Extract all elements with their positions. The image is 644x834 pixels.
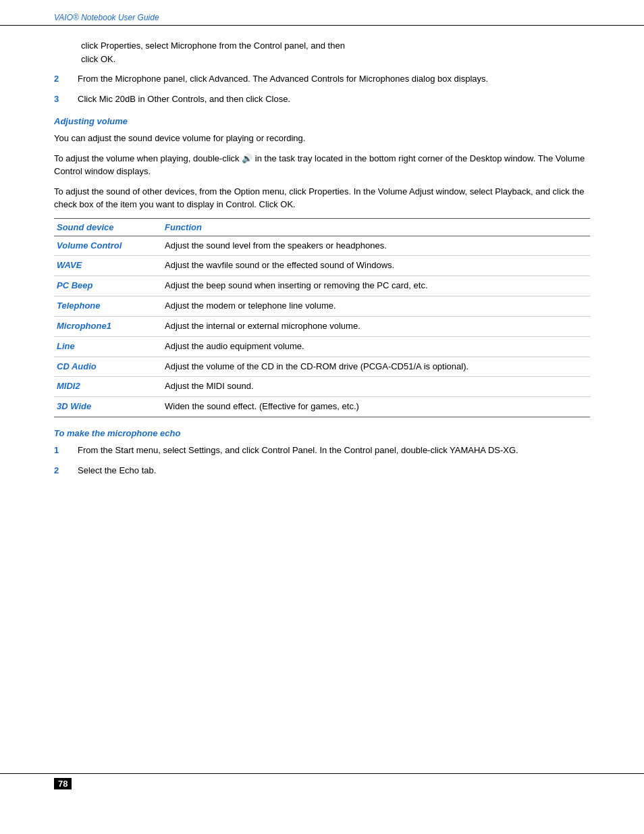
header-title: VAIO® Notebook User Guide — [54, 13, 159, 22]
device-name: CD Audio — [54, 357, 162, 377]
step-num: 2 — [54, 72, 78, 86]
step-item: 3Click Mic 20dB in Other Controls, and t… — [54, 93, 590, 106]
adjusting-para1: You can adjust the sound device volume f… — [54, 132, 590, 145]
echo-step-text: Select the Echo tab. — [78, 464, 590, 477]
col-sound-device: Sound device — [54, 218, 162, 236]
adjusting-volume-heading: Adjusting volume — [54, 116, 590, 126]
echo-step-text: From the Start menu, select Settings, an… — [78, 444, 590, 457]
device-function: Adjust the volume of the CD in the CD-RO… — [162, 357, 590, 377]
steps-first: 2From the Microphone panel, click Advanc… — [54, 72, 590, 105]
device-function: Adjust the audio equipment volume. — [162, 336, 590, 357]
device-function: Adjust the internal or external micropho… — [162, 316, 590, 336]
device-name: 3D Wide — [54, 397, 162, 417]
sound-device-table: Sound device Function Volume ControlAdju… — [54, 218, 590, 418]
device-name: Microphone1 — [54, 316, 162, 336]
table-row: WAVEAdjust the wavfile sound or the effe… — [54, 256, 590, 276]
footer-bar: 78 — [0, 773, 644, 793]
device-name: MIDI2 — [54, 377, 162, 397]
device-name: WAVE — [54, 256, 162, 276]
device-name: Line — [54, 336, 162, 357]
device-function: Adjust the MIDI sound. — [162, 377, 590, 397]
table-row: 3D WideWiden the sound effect. (Effectiv… — [54, 397, 590, 417]
device-name: Volume Control — [54, 236, 162, 256]
echo-step-item: 2Select the Echo tab. — [54, 464, 590, 477]
device-function: Adjust the modem or telephone line volum… — [162, 296, 590, 317]
intro-text: click Properties, select Microphone from… — [81, 39, 590, 66]
table-row: PC BeepAdjust the beep sound when insert… — [54, 276, 590, 296]
device-function: Adjust the sound level from the speakers… — [162, 236, 590, 256]
table-row: MIDI2Adjust the MIDI sound. — [54, 377, 590, 397]
step-item: 2From the Microphone panel, click Advanc… — [54, 72, 590, 86]
device-name: Telephone — [54, 296, 162, 317]
adjusting-para2: To adjust the volume when playing, doubl… — [54, 152, 590, 178]
step-text: From the Microphone panel, click Advance… — [78, 72, 590, 86]
table-row: LineAdjust the audio equipment volume. — [54, 336, 590, 357]
device-function: Adjust the wavfile sound or the effected… — [162, 256, 590, 276]
content-area: click Properties, select Microphone from… — [0, 26, 644, 497]
device-function: Widen the sound effect. (Effective for g… — [162, 397, 590, 417]
table-row: CD AudioAdjust the volume of the CD in t… — [54, 357, 590, 377]
table-body: Volume ControlAdjust the sound level fro… — [54, 236, 590, 417]
intro-line1: click Properties, select Microphone from… — [81, 41, 345, 51]
intro-line2: click OK. — [81, 54, 115, 64]
device-function: Adjust the beep sound when inserting or … — [162, 276, 590, 296]
speaker-icon: 🔊 — [242, 153, 255, 163]
table-row: Volume ControlAdjust the sound level fro… — [54, 236, 590, 256]
page: VAIO® Notebook User Guide click Properti… — [0, 0, 644, 834]
adjusting-para3: To adjust the sound of other devices, fr… — [54, 185, 590, 211]
echo-steps: 1From the Start menu, select Settings, a… — [54, 444, 590, 477]
col-function: Function — [162, 218, 590, 236]
device-name: PC Beep — [54, 276, 162, 296]
page-number: 78 — [54, 778, 72, 789]
header-bar: VAIO® Notebook User Guide — [0, 0, 644, 26]
table-header-row: Sound device Function — [54, 218, 590, 236]
echo-heading: To make the microphone echo — [54, 428, 590, 438]
echo-step-item: 1From the Start menu, select Settings, a… — [54, 444, 590, 457]
table-row: TelephoneAdjust the modem or telephone l… — [54, 296, 590, 317]
step-text: Click Mic 20dB in Other Controls, and th… — [78, 93, 590, 106]
adjusting-para2-part1: To adjust the volume when playing, doubl… — [54, 153, 240, 163]
echo-step-num: 2 — [54, 464, 78, 477]
step-num: 3 — [54, 93, 78, 106]
table-row: Microphone1Adjust the internal or extern… — [54, 316, 590, 336]
echo-step-num: 1 — [54, 444, 78, 457]
